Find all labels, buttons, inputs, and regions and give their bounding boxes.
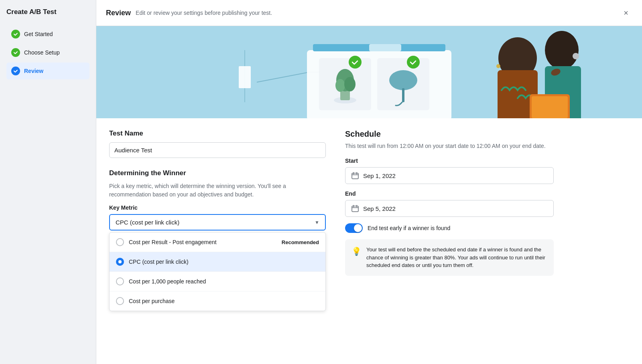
start-date-value: Sep 1, 2022 — [363, 172, 396, 179]
test-name-input[interactable] — [109, 142, 326, 158]
end-date-value: Sep 5, 2022 — [363, 205, 396, 212]
sidebar: Create A/B Test Get Started Choose Setup… — [0, 0, 96, 364]
recommended-badge: Recommended — [282, 239, 319, 245]
check-icon-choose-setup — [11, 48, 20, 57]
schedule-description: This test will run from 12:00 AM on your… — [345, 142, 554, 150]
sidebar-item-get-started[interactable]: Get Started — [6, 26, 89, 42]
end-label: End — [345, 190, 554, 197]
svg-point-22 — [545, 31, 579, 69]
info-text: Your test will end before the scheduled … — [366, 246, 547, 269]
svg-point-21 — [496, 64, 500, 68]
determining-title: Determining the Winner — [109, 169, 326, 177]
end-date-field[interactable]: Sep 5, 2022 — [345, 200, 554, 217]
option-label-cost-per-1000: Cost per 1,000 people reached — [129, 278, 319, 285]
sidebar-step-label-get-started: Get Started — [24, 31, 53, 37]
dropdown-options-list: Cost per Result - Post engagement Recomm… — [109, 232, 326, 311]
key-metric-dropdown[interactable]: CPC (cost per link click) ▼ — [109, 214, 326, 231]
svg-rect-2 — [239, 66, 251, 88]
option-label-cost-per-purchase: Cost per purchase — [129, 298, 319, 304]
svg-point-9 — [349, 56, 362, 69]
option-cost-per-purchase[interactable]: Cost per purchase — [110, 291, 325, 311]
svg-rect-27 — [532, 96, 568, 118]
calendar-icon-end — [351, 204, 359, 212]
determining-section: Determining the Winner Pick a key metric… — [109, 169, 326, 311]
check-icon-get-started — [11, 30, 20, 38]
calendar-icon-start — [351, 172, 359, 180]
key-metric-label: Key Metric — [109, 204, 326, 211]
option-cost-per-result[interactable]: Cost per Result - Post engagement Recomm… — [110, 233, 325, 252]
sidebar-step-label-choose-setup: Choose Setup — [24, 49, 60, 56]
main-content: Review Edit or review your settings befo… — [96, 0, 642, 364]
info-box: 💡 Your test will end before the schedule… — [345, 239, 554, 276]
chevron-down-icon: ▼ — [315, 220, 319, 225]
page-subtitle: Edit or review your settings before publ… — [136, 10, 272, 16]
svg-rect-29 — [352, 206, 358, 212]
svg-point-16 — [407, 56, 420, 69]
hero-banner — [96, 26, 642, 118]
option-label-cost-per-result: Cost per Result - Post engagement — [129, 239, 277, 245]
option-cpc[interactable]: CPC (cost per link click) — [110, 252, 325, 272]
svg-rect-28 — [352, 173, 358, 179]
sidebar-step-label-review: Review — [24, 68, 43, 74]
svg-point-14 — [344, 77, 356, 91]
radio-dot-cpc — [118, 260, 122, 263]
dropdown-selected-value: CPC (cost per link click) — [116, 219, 179, 226]
option-label-cpc: CPC (cost per link click) — [129, 259, 319, 265]
bulb-icon: 💡 — [351, 247, 362, 256]
start-label: Start — [345, 158, 554, 164]
sidebar-item-choose-setup[interactable]: Choose Setup — [6, 44, 89, 61]
svg-rect-7 — [369, 44, 401, 51]
svg-point-17 — [389, 70, 417, 90]
svg-rect-18 — [402, 88, 404, 102]
svg-point-13 — [335, 79, 345, 92]
close-button[interactable]: × — [620, 6, 632, 19]
radio-cpc — [116, 258, 124, 266]
body-layout: Test Name Determining the Winner Pick a … — [96, 118, 642, 364]
radio-cost-per-result — [116, 238, 124, 246]
toggle-knob — [354, 224, 362, 232]
sidebar-item-review[interactable]: Review — [6, 63, 89, 79]
left-column: Test Name Determining the Winner Pick a … — [109, 129, 326, 353]
schedule-title: Schedule — [345, 129, 554, 139]
page-title: Review — [106, 9, 131, 17]
check-icon-review — [11, 67, 20, 75]
determining-desc: Pick a key metric, which will determine … — [109, 182, 326, 199]
radio-cost-per-1000 — [116, 277, 124, 285]
right-column: Schedule This test will run from 12:00 A… — [345, 129, 554, 353]
start-date-field[interactable]: Sep 1, 2022 — [345, 167, 554, 184]
svg-point-24 — [573, 53, 579, 59]
radio-cost-per-purchase — [116, 297, 124, 305]
early-end-toggle[interactable] — [345, 223, 363, 233]
option-cost-per-1000[interactable]: Cost per 1,000 people reached — [110, 272, 325, 291]
test-name-title: Test Name — [109, 129, 326, 138]
early-end-toggle-row: End test early if a winner is found — [345, 223, 554, 233]
sidebar-title: Create A/B Test — [6, 8, 89, 16]
toggle-label: End test early if a winner is found — [368, 225, 450, 231]
page-header: Review Edit or review your settings befo… — [96, 0, 642, 26]
